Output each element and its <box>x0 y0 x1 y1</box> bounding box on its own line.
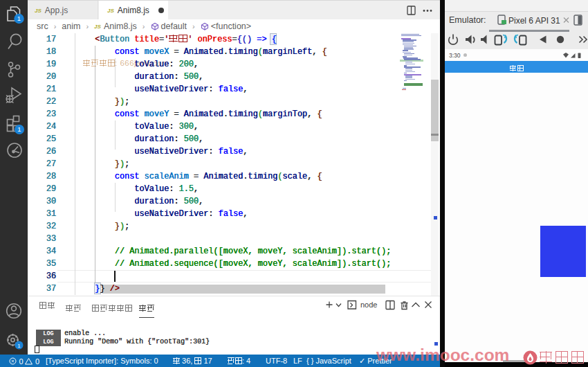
svg-text:0: 0 <box>19 357 24 366</box>
svg-text:0: 0 <box>35 357 39 366</box>
svg-text:1: 1 <box>17 15 21 22</box>
svg-text:node: node <box>360 301 377 309</box>
svg-text:1: 1 <box>17 343 21 349</box>
svg-text:1: 1 <box>17 125 21 133</box>
